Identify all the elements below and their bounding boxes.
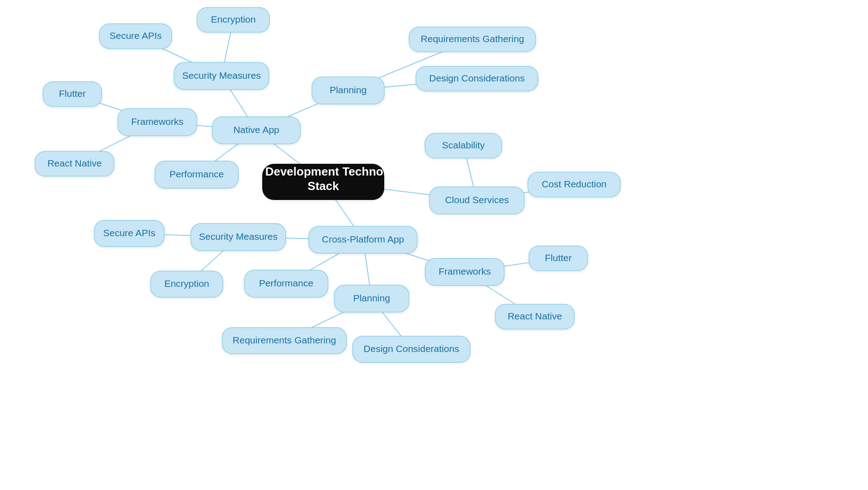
node-label-design-top: Design Considerations: [429, 73, 524, 83]
node-label-encryption-bot: Encryption: [164, 278, 209, 289]
node-cross-platform: Cross-Platform App: [309, 226, 417, 253]
node-label-cross-platform: Cross-Platform App: [322, 234, 404, 244]
node-encryption-bot: Encryption: [151, 271, 223, 297]
center-label-line1: App Development Technology: [239, 165, 408, 178]
node-label-cost-reduction: Cost Reduction: [542, 179, 607, 189]
node-label-frameworks-top: Frameworks: [131, 116, 184, 127]
node-label-security-measures-top: Security Measures: [182, 70, 261, 81]
node-label-planning-bot: Planning: [353, 293, 390, 303]
node-label-planning-top: Planning: [330, 85, 367, 95]
node-label-secure-apis-bot: Secure APIs: [103, 228, 156, 238]
node-encryption-top: Encryption: [197, 8, 269, 33]
node-performance-top: Performance: [155, 161, 239, 188]
node-react-native-top: React Native: [35, 152, 114, 176]
node-label-performance-bot: Performance: [259, 278, 313, 288]
node-cloud-services: Cloud Services: [429, 187, 524, 214]
node-secure-apis-bot: Secure APIs: [94, 220, 165, 247]
node-security-measures-top: Security Measures: [174, 62, 269, 90]
node-label-scalability: Scalability: [442, 140, 485, 150]
node-label-secure-apis-top: Secure APIs: [109, 30, 162, 41]
node-label-requirements-top: Requirements Gathering: [421, 33, 524, 44]
node-planning-top: Planning: [312, 77, 384, 104]
node-requirements-top: Requirements Gathering: [409, 27, 536, 52]
node-label-frameworks-bot: Frameworks: [439, 266, 491, 276]
node-frameworks-top: Frameworks: [118, 109, 197, 136]
node-label-design-bot: Design Considerations: [363, 343, 459, 354]
node-requirements-bot: Requirements Gathering: [222, 328, 347, 354]
node-cost-reduction: Cost Reduction: [528, 172, 621, 197]
center-node: App Development TechnologyStack: [239, 164, 408, 200]
node-label-native-app: Native App: [233, 124, 279, 135]
node-label-requirements-bot: Requirements Gathering: [233, 335, 336, 345]
node-design-top: Design Considerations: [416, 67, 538, 91]
node-label-security-measures-bot: Security Measures: [199, 231, 278, 242]
node-scalability: Scalability: [425, 133, 502, 158]
node-native-app: Native App: [212, 117, 301, 144]
node-label-cloud-services: Cloud Services: [445, 195, 509, 205]
node-security-measures-bot: Security Measures: [191, 224, 286, 251]
node-label-react-native-top: React Native: [47, 158, 102, 168]
node-planning-bot: Planning: [335, 285, 409, 312]
mind-map-svg: App Development TechnologyStackNative Ap…: [0, 0, 868, 490]
node-react-native-bot: React Native: [495, 304, 575, 329]
node-label-react-native-bot: React Native: [508, 311, 562, 321]
node-label-flutter-bot: Flutter: [545, 252, 572, 263]
center-label-line2: Stack: [307, 179, 339, 193]
node-flutter-bot: Flutter: [529, 246, 588, 271]
node-performance-bot: Performance: [245, 270, 328, 297]
node-flutter-top: Flutter: [43, 82, 102, 107]
node-frameworks-bot: Frameworks: [425, 258, 505, 285]
node-label-performance-top: Performance: [170, 169, 224, 179]
node-design-bot: Design Considerations: [353, 336, 470, 362]
node-label-flutter-top: Flutter: [59, 88, 86, 99]
node-label-encryption-top: Encryption: [211, 14, 255, 24]
node-secure-apis-top: Secure APIs: [99, 24, 172, 49]
